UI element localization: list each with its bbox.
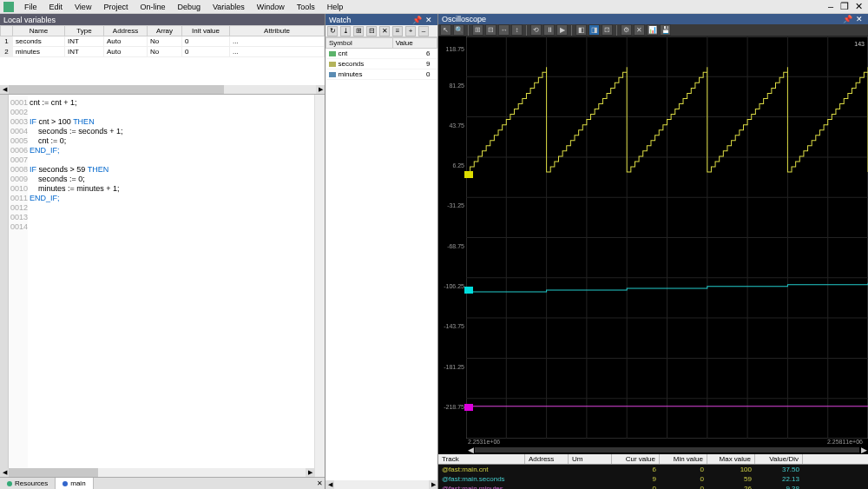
osc-btn-m[interactable]: 📊 — [647, 24, 658, 36]
watch-col-value[interactable]: Value — [392, 38, 437, 49]
close-icon[interactable]: ✕ — [854, 14, 865, 24]
track-row[interactable]: @fast:main.seconds 90 5922.13 — [438, 474, 868, 484]
pin-icon[interactable]: 📌 — [842, 14, 852, 24]
osc-btn-f[interactable]: ⏸ — [543, 24, 555, 36]
menu-variables[interactable]: Variables — [207, 3, 250, 11]
variable-icon — [329, 51, 336, 56]
col-maxvalue[interactable]: Max value — [707, 454, 755, 464]
menu-edit[interactable]: Edit — [44, 3, 69, 11]
watch-btn-8[interactable]: – — [418, 26, 429, 36]
trace-marker-seconds[interactable] — [464, 287, 473, 294]
editor-content[interactable]: cnt := cnt + 1; IF cnt > 100 THEN second… — [28, 95, 314, 477]
localvars-title: Local variables — [3, 16, 56, 24]
editor-linenumbers: 000100020003 000400050006 000700080009 0… — [9, 95, 28, 477]
col-track[interactable]: Track — [438, 454, 525, 464]
track-row[interactable]: @fast:main.minutes 00 269.38 — [438, 484, 868, 489]
col-address[interactable]: Address — [525, 454, 569, 464]
col-array[interactable]: Array — [148, 26, 182, 36]
osc-btn-e[interactable]: ⟲ — [530, 24, 542, 36]
scroll-right-icon[interactable]: ▶ — [316, 85, 325, 94]
code-editor[interactable]: 000100020003 000400050006 000700080009 0… — [0, 95, 325, 477]
minimize-button[interactable]: – — [825, 1, 837, 13]
col-name[interactable]: Name — [13, 26, 65, 36]
menu-bar: File Edit View Project On-line Debug Var… — [0, 0, 868, 14]
col-type[interactable]: Type — [65, 26, 104, 36]
watch-btn-3[interactable]: ⊞ — [353, 26, 364, 36]
col-um[interactable]: Um — [569, 454, 612, 464]
osc-btn-g[interactable]: ▶ — [556, 24, 568, 36]
x-axis: 2.2531e+06 2.25811e+06 ◀ ▶ — [438, 439, 868, 454]
col-curvalue[interactable]: Cur value — [612, 454, 660, 464]
localvars-hscroll[interactable]: ◀ ▶ — [0, 85, 325, 94]
tab-main[interactable]: main — [56, 478, 93, 489]
close-icon[interactable]: ✕ — [424, 15, 434, 25]
right-axis-value: 143 — [854, 41, 865, 47]
watch-col-symbol[interactable]: Symbol — [326, 38, 393, 49]
menu-view[interactable]: View — [69, 3, 96, 11]
osc-btn-c[interactable]: ↔ — [498, 24, 510, 36]
osc-title: Oscilloscope — [442, 15, 486, 23]
scope-canvas[interactable] — [466, 36, 868, 439]
tab-resources[interactable]: Resources — [0, 478, 56, 489]
menu-file[interactable]: File — [19, 3, 43, 11]
col-attribute[interactable]: Attribute — [230, 26, 325, 36]
watch-title: Watch — [329, 16, 351, 24]
osc-btn-a[interactable]: ⊞ — [472, 24, 483, 36]
watch-btn-1[interactable]: ↻ — [327, 26, 338, 36]
track-table: Track Address Um Cur value Min value Max… — [438, 454, 868, 489]
editor-gutter — [0, 95, 9, 477]
osc-btn-n[interactable]: 💾 — [660, 24, 671, 36]
watch-btn-4[interactable]: ⊟ — [366, 26, 377, 36]
menu-online[interactable]: On-line — [135, 3, 170, 11]
menu-window[interactable]: Window — [252, 3, 290, 11]
menu-debug[interactable]: Debug — [172, 3, 206, 11]
close-button[interactable]: ✕ — [852, 1, 865, 13]
scroll-left-icon[interactable]: ◀ — [0, 85, 9, 94]
pin-icon[interactable]: 📌 — [411, 15, 422, 25]
watch-btn-2[interactable]: ⤓ — [340, 26, 351, 36]
col-initvalue[interactable]: Init value — [182, 26, 230, 36]
maximize-button[interactable]: ❐ — [838, 1, 851, 13]
scroll-left-icon[interactable]: ◀ — [0, 468, 9, 477]
tab-close-button[interactable]: ✕ — [314, 479, 325, 487]
watch-titlebar: Watch 📌 ✕ — [326, 14, 437, 25]
trace-marker-cnt[interactable] — [464, 171, 473, 178]
localvars-titlebar: Local variables — [0, 14, 325, 25]
scroll-right-icon[interactable]: ▶ — [306, 468, 314, 477]
osc-btn-pointer[interactable]: ↖ — [440, 24, 451, 36]
file-icon — [62, 481, 68, 486]
menu-help[interactable]: Help — [322, 3, 349, 11]
col-address[interactable]: Address — [104, 26, 148, 36]
osc-btn-i[interactable]: ◨ — [589, 24, 600, 36]
osc-btn-j[interactable]: ⊡ — [602, 24, 613, 36]
scope-hscroll[interactable]: ◀ ▶ — [466, 446, 868, 454]
col-valuediv[interactable]: Value/Div — [755, 454, 803, 464]
watch-btn-6[interactable]: ≡ — [392, 26, 403, 36]
watch-row[interactable]: cnt 6 — [326, 49, 437, 59]
editor-vscroll[interactable] — [314, 95, 325, 477]
osc-btn-h[interactable]: ◧ — [575, 24, 587, 36]
watch-btn-7[interactable]: + — [405, 26, 416, 36]
osc-btn-d[interactable]: ↕ — [511, 24, 523, 36]
trace-marker-minutes[interactable] — [464, 404, 473, 411]
watch-hscroll[interactable]: ◀ ▶ — [326, 480, 437, 489]
scroll-right-icon[interactable]: ▶ — [429, 480, 437, 489]
osc-btn-b[interactable]: ⊟ — [485, 24, 496, 36]
table-row[interactable]: 2 minutes INT Auto No 0 ... — [1, 47, 325, 57]
editor-hscroll[interactable]: ◀ ▶ — [0, 468, 314, 477]
scroll-right-icon[interactable]: ▶ — [859, 446, 868, 454]
watch-row[interactable]: minutes 0 — [326, 69, 437, 80]
scroll-left-icon[interactable]: ◀ — [326, 480, 334, 489]
table-row[interactable]: 1 seconds INT Auto No 0 ... — [1, 36, 325, 47]
osc-btn-l[interactable]: ✕ — [634, 24, 645, 36]
osc-btn-zoom[interactable]: 🔍 — [453, 24, 464, 36]
scroll-left-icon[interactable]: ◀ — [466, 446, 475, 454]
oscilloscope-plot[interactable]: 118.75 81.25 43.75 6.25 -31.25 -68.75 -1… — [438, 36, 868, 454]
menu-project[interactable]: Project — [98, 3, 133, 11]
track-row[interactable]: @fast:main.cnt 60 10037.50 — [438, 465, 868, 474]
watch-row[interactable]: seconds 9 — [326, 59, 437, 69]
col-minvalue[interactable]: Min value — [660, 454, 707, 464]
watch-btn-5[interactable]: ✕ — [379, 26, 390, 36]
osc-btn-k[interactable]: ⚙ — [621, 24, 632, 36]
menu-tools[interactable]: Tools — [292, 3, 320, 11]
